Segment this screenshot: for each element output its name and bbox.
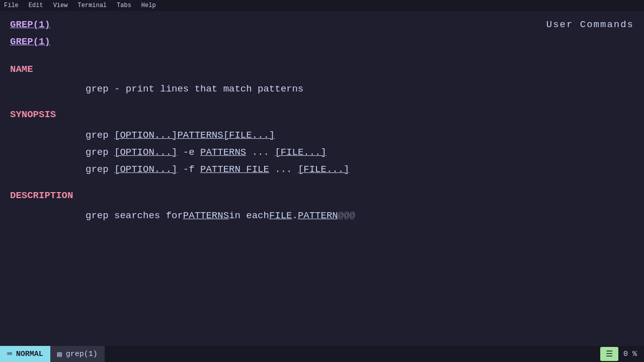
- menu-view[interactable]: View: [51, 1, 70, 10]
- file-badge: ▤ grep(1): [50, 346, 105, 362]
- description-section-content: grep searches for PATTERNS in each FILE.…: [10, 208, 634, 224]
- synopsis-patterns2: PATTERNS: [200, 144, 246, 161]
- menu-terminal[interactable]: Terminal: [75, 1, 109, 10]
- hamburger-icon[interactable]: ☰: [600, 347, 618, 361]
- page-header: GREP(1) User Commands: [10, 17, 634, 32]
- statusbar: ⌨ NORMAL ▤ grep(1) ☰ 0 %: [0, 346, 644, 362]
- statusbar-left: ⌨ NORMAL ▤ grep(1): [0, 346, 105, 362]
- synopsis-file2: [FILE...]: [275, 144, 327, 161]
- grep-title2: GREP(1): [10, 34, 634, 49]
- desc-file: FILE: [269, 208, 292, 224]
- synopsis-section-content: grep [OPTION...] PATTERNS [FILE...] grep…: [10, 127, 634, 178]
- man-page: GREP(1) User Commands GREP(1) NAME grep …: [0, 15, 644, 226]
- synopsis-section-label: SYNOPSIS: [10, 107, 634, 122]
- synopsis-patterns1: PATTERNS: [177, 127, 223, 144]
- menu-edit[interactable]: Edit: [27, 1, 45, 10]
- name-section-content: grep - print lines that match patterns: [10, 81, 634, 97]
- desc-pattern2: PATTERN: [298, 208, 338, 224]
- description-section-label: DESCRIPTION: [10, 188, 634, 203]
- statusbar-right: ☰ 0 %: [600, 346, 644, 362]
- menubar: File Edit View Terminal Tabs Help: [0, 0, 644, 11]
- file-icon: ▤: [57, 349, 62, 359]
- synopsis-line-1: grep [OPTION...] PATTERNS [FILE...]: [86, 127, 634, 144]
- synopsis-line-3: grep [OPTION...] -f PATTERN_FILE ... [FI…: [86, 161, 634, 178]
- mode-label: NORMAL: [16, 350, 43, 358]
- menu-help[interactable]: Help: [139, 1, 158, 10]
- menu-tabs[interactable]: Tabs: [115, 1, 133, 10]
- synopsis-line-2: grep [OPTION...] -e PATTERNS ... [FILE..…: [86, 144, 634, 161]
- synopsis-option3: [OPTION...]: [114, 161, 177, 178]
- keyboard-icon: ⌨: [7, 349, 12, 359]
- filename-label: grep(1): [66, 350, 98, 358]
- description-line-1: grep searches for PATTERNS in each FILE.…: [86, 208, 634, 224]
- grep-title-left: GREP(1): [10, 17, 50, 32]
- synopsis-option1: [OPTION...]: [114, 127, 177, 144]
- synopsis-file3: [FILE...]: [298, 161, 350, 178]
- mode-badge: ⌨ NORMAL: [0, 346, 50, 362]
- scroll-percent: 0 %: [620, 350, 640, 358]
- name-section-label: NAME: [10, 62, 634, 77]
- desc-patterns: PATTERNS: [183, 208, 229, 224]
- synopsis-file1: [FILE...]: [223, 127, 275, 144]
- menu-file[interactable]: File: [2, 1, 21, 10]
- synopsis-pattern-file: PATTERN_FILE: [200, 161, 269, 178]
- synopsis-option2: [OPTION...]: [114, 144, 177, 161]
- clip-indicator: @@@: [338, 208, 355, 224]
- main-content: GREP(1) User Commands GREP(1) NAME grep …: [0, 11, 644, 346]
- user-commands-heading: User Commands: [546, 17, 634, 32]
